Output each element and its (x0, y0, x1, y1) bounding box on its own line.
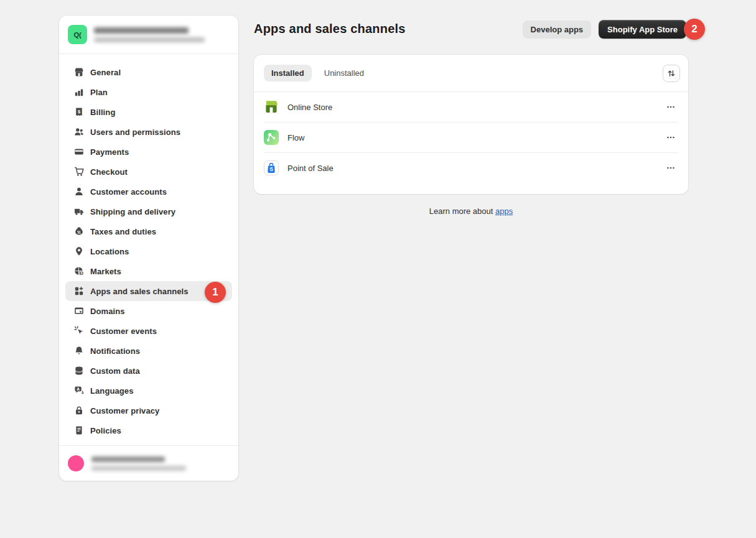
sidebar-item-label: Plan (90, 88, 108, 97)
app-row-flow: Flow (254, 123, 688, 152)
domains-icon (74, 306, 84, 316)
sidebar-item-markets[interactable]: $Markets (65, 261, 232, 281)
sidebar-item-domains[interactable]: Domains (65, 301, 232, 321)
point-of-sale-icon: S (264, 160, 279, 175)
sidebar-item-locations[interactable]: Locations (65, 241, 232, 261)
sidebar-item-billing[interactable]: $Billing (65, 102, 232, 122)
apps-grid-icon (74, 286, 84, 296)
cursor-click-icon (74, 326, 84, 336)
store-avatar: Q( (68, 25, 87, 44)
sidebar-item-label: Customer events (90, 327, 157, 336)
store-url-redacted (94, 37, 205, 42)
sidebar-item-notifications[interactable]: Notifications (65, 341, 232, 361)
plan-icon (74, 87, 84, 97)
settings-sidebar: Q( GeneralPlan$BillingUsers and permissi… (59, 16, 238, 481)
annotation-badge-1: 1 (205, 282, 226, 303)
learn-more-text: Learn more about apps (254, 206, 688, 216)
sidebar-item-plan[interactable]: Plan (65, 82, 232, 102)
sort-arrows-icon (666, 68, 676, 78)
truck-icon (74, 206, 84, 216)
page-title: Apps and sales channels (254, 22, 406, 36)
sidebar-item-label: Checkout (90, 167, 128, 177)
sidebar-item-label: Shipping and delivery (90, 207, 175, 216)
apps-card: InstalledUninstalled Online StoreFlowSPo… (254, 55, 688, 194)
apps-link[interactable]: apps (495, 206, 513, 216)
sidebar-item-label: Custom data (90, 366, 140, 376)
online-store-icon (264, 100, 279, 114)
location-pin-icon (74, 246, 84, 256)
payments-icon (74, 147, 84, 157)
database-icon (74, 366, 84, 376)
sidebar-item-languages[interactable]: ALanguages (65, 381, 232, 401)
sidebar-item-label: Payments (90, 147, 129, 157)
tabs-row: InstalledUninstalled (254, 55, 688, 92)
person-icon (74, 187, 84, 197)
store-name-redacted (94, 27, 189, 34)
header-actions: Develop apps Shopify App Store (523, 20, 686, 39)
user-name-redacted (91, 457, 165, 462)
billing-icon: $ (74, 107, 84, 117)
sidebar-item-label: Locations (90, 247, 129, 256)
app-name: Online Store (287, 103, 332, 112)
annotation-badge-2: 2 (684, 19, 705, 40)
bell-icon (74, 346, 84, 356)
sidebar-item-label: Customer privacy (90, 406, 159, 415)
sidebar-item-label: Languages (90, 386, 134, 396)
user-email-redacted (91, 466, 186, 471)
users-icon (74, 127, 84, 137)
sidebar-item-label: Taxes and duties (90, 227, 156, 236)
flow-icon (264, 130, 279, 145)
sidebar-item-taxes-and-duties[interactable]: Taxes and duties (65, 221, 232, 241)
tabs: InstalledUninstalled (264, 65, 371, 81)
tab-installed[interactable]: Installed (264, 65, 312, 81)
sidebar-item-customer-privacy[interactable]: Customer privacy (65, 401, 232, 420)
sidebar-item-label: Billing (90, 108, 115, 117)
tab-uninstalled[interactable]: Uninstalled (317, 65, 371, 81)
sort-button[interactable] (663, 65, 680, 82)
app-list: Online StoreFlowSPoint of Sale (254, 92, 688, 183)
sidebar-item-shipping-and-delivery[interactable]: Shipping and delivery (65, 202, 232, 221)
learn-more-prefix: Learn more about (429, 206, 495, 216)
user-profile[interactable] (59, 445, 238, 481)
app-row-online-store: Online Store (254, 92, 688, 122)
sidebar-item-customer-events[interactable]: Customer events (65, 321, 232, 341)
store-icon (74, 67, 84, 77)
user-profile-text-redacted (91, 457, 186, 471)
sidebar-item-users-and-permissions[interactable]: Users and permissions (65, 122, 232, 142)
cart-icon (74, 167, 84, 177)
store-profile[interactable]: Q( (59, 16, 238, 54)
sidebar-item-checkout[interactable]: Checkout (65, 162, 232, 182)
sidebar-item-label: Customer accounts (90, 187, 167, 197)
app-name: Flow (287, 133, 304, 142)
sidebar-item-custom-data[interactable]: Custom data (65, 361, 232, 381)
sidebar-item-policies[interactable]: Policies (65, 420, 232, 440)
sidebar-item-label: Users and permissions (90, 128, 180, 137)
horizontal-dots-icon (666, 102, 676, 112)
sidebar-item-payments[interactable]: Payments (65, 142, 232, 162)
sidebar-item-general[interactable]: General (65, 62, 232, 82)
sidebar-item-label: Markets (90, 267, 121, 276)
taxes-icon (74, 226, 84, 236)
svg-text:S: S (269, 166, 273, 172)
globe-icon: $ (74, 266, 84, 276)
app-row-point-of-sale: SPoint of Sale (254, 153, 688, 183)
translate-icon: A (74, 386, 84, 396)
shopify-app-store-button[interactable]: Shopify App Store (599, 20, 686, 39)
app-menu-button[interactable] (663, 130, 678, 145)
sidebar-item-label: General (90, 68, 121, 77)
sidebar-item-label: Notifications (90, 346, 140, 356)
app-menu-button[interactable] (663, 100, 678, 114)
app-name: Point of Sale (287, 164, 334, 173)
develop-apps-button[interactable]: Develop apps (523, 21, 592, 38)
sidebar-item-label: Domains (90, 307, 125, 316)
sidebar-item-label: Apps and sales channels (90, 287, 189, 296)
svg-text:A: A (77, 387, 80, 391)
sidebar-item-label: Policies (90, 426, 121, 435)
horizontal-dots-icon (666, 132, 676, 142)
sidebar-item-customer-accounts[interactable]: Customer accounts (65, 182, 232, 202)
app-menu-button[interactable] (663, 160, 678, 175)
settings-menu: GeneralPlan$BillingUsers and permissions… (59, 54, 238, 445)
policy-icon (74, 425, 84, 435)
store-profile-text-redacted (94, 27, 205, 42)
user-avatar (68, 455, 84, 471)
